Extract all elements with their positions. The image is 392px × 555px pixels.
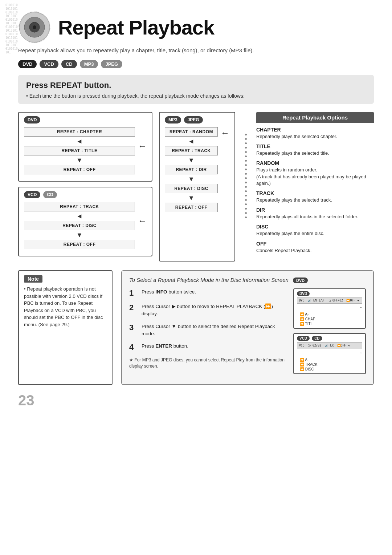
option-disc-desc: Repeatedly plays the entire disc.	[256, 230, 374, 237]
mp3-jpeg-flow-diagram: MP3 JPEG REPEAT : RANDOM ◄ REPEAT : TRAC…	[159, 112, 235, 262]
option-dir: DIR Repeatedly plays all tracks in the s…	[256, 207, 374, 220]
left-diagrams: DVD REPEAT : CHAPTER ◄ REPEAT : TITLE ▼ …	[18, 112, 152, 262]
vcd-step-2: REPEAT : DISC	[24, 221, 135, 230]
vcd-cd-flow-diagram: VCD CD REPEAT : TRACK ◄ REPEAT : DISC ▼ …	[18, 187, 152, 256]
steps-list: 1 Press INFO button twice. 2 Press Curso…	[129, 288, 287, 378]
mp3-arrow-1: ◄	[165, 138, 218, 145]
dvd-lcd-diagram: DVD DVD 🔊 EN 1/3 □ OFF/02 ⏩OFF ◄ ↑ ⏩ A- …	[293, 288, 366, 329]
option-random-desc: Plays tracks in random order.(A track th…	[256, 167, 374, 187]
binary-decoration: 0101010101010101010101010101010101010101…	[5, 4, 19, 54]
step-4-num: 4	[129, 343, 138, 352]
mp3-step-3: REPEAT : DIR	[165, 165, 218, 174]
option-chapter: CHAPTER Repeatedly plays the selected ch…	[256, 127, 374, 140]
option-track-term: TRACK	[256, 190, 374, 196]
dot-10	[245, 173, 247, 175]
option-title: TITLE Repeatedly plays the selected titl…	[256, 143, 374, 157]
dot-18	[245, 208, 247, 210]
dot-3	[245, 142, 247, 144]
dvd-lcd-screen: DVD 🔊 EN 1/3 □ OFF/02 ⏩OFF ◄	[297, 297, 362, 304]
format-badges-row: DVD VCD CD MP3 JPEG	[18, 60, 374, 68]
mp3-step-1: REPEAT : RANDOM	[165, 127, 218, 137]
dot-12	[245, 182, 247, 183]
option-off-term: OFF	[256, 241, 374, 247]
mp3-arrow-4: ▼	[165, 195, 218, 201]
dot-11	[245, 177, 247, 179]
dot-15	[245, 195, 247, 197]
dot-1	[245, 134, 247, 135]
dot-4	[245, 147, 247, 149]
note-box: Note • Repeat playback operation is not …	[18, 270, 113, 385]
steps-box: To Select a Repeat Playback Mode in the …	[121, 270, 374, 385]
dvd-step-2: REPEAT : TITLE	[24, 146, 135, 155]
header-disc-icon: 0101010101010101010101010101010101010101…	[18, 11, 51, 44]
dot-20	[245, 216, 247, 218]
step-1-text: Press INFO button twice.	[142, 288, 196, 296]
option-chapter-desc: Repeatedly plays the selected chapter.	[256, 133, 374, 140]
press-repeat-section: Press REPEAT button. • Each time the but…	[18, 75, 374, 104]
option-title-desc: Repeatedly plays the selected title.	[256, 150, 374, 157]
option-track-desc: Repeatedly plays the selected track.	[256, 197, 374, 203]
dot-9	[245, 169, 247, 170]
dvd-step-3: REPEAT : OFF	[24, 165, 135, 174]
mp3-arrow-2: ▼	[165, 157, 218, 163]
note-text: • Repeat playback operation is not possi…	[24, 285, 107, 328]
dvd-flow-diagram: DVD REPEAT : CHAPTER ◄ REPEAT : TITLE ▼ …	[18, 112, 152, 182]
step-3-text: Press Cursor ▼ button to select the desi…	[142, 323, 287, 338]
step-3-num: 3	[129, 323, 138, 332]
dot-16	[245, 199, 247, 201]
press-repeat-description: • Each time the button is pressed during…	[26, 93, 366, 99]
vcd-lcd-option-1: ⏩ A-	[297, 358, 362, 362]
step-1: 1 Press INFO button twice.	[129, 288, 287, 298]
dot-8	[245, 164, 247, 166]
dot-7	[245, 160, 247, 162]
star-note: ★ For MP3 and JPEG discs, you cannot sel…	[129, 357, 287, 369]
step-3: 3 Press Cursor ▼ button to select the de…	[129, 323, 287, 338]
mp3-step-5: REPEAT : OFF	[165, 203, 218, 212]
option-random: RANDOM Plays tracks in random order.(A t…	[256, 160, 374, 187]
vcd-lcd-option-2: ⏩ TRACK	[297, 362, 362, 366]
vcd-lcd-screen: VCD ⓘ 02/02 🔊 LR ⏩OFF ◄	[297, 342, 362, 349]
step-2-text: Press Cursor ▶ button to move to REPEAT …	[142, 303, 287, 318]
vcd-cd-lcd-diagram: VCD CD VCD ⓘ 02/02 🔊 LR ⏩OFF ◄ ↑ ⏩ A- ⏩ …	[293, 333, 366, 374]
option-dir-term: DIR	[256, 207, 374, 213]
dot-separator	[242, 112, 250, 262]
mp3-step-2: REPEAT : TRACK	[165, 146, 218, 155]
mp3-flow-badge: MP3	[165, 116, 181, 123]
option-track: TRACK Repeatedly plays the selected trac…	[256, 190, 374, 203]
bottom-section: Note • Repeat playback operation is not …	[18, 270, 374, 385]
step-2-num: 2	[129, 303, 138, 312]
dot-6	[245, 155, 247, 157]
dot-2	[245, 138, 247, 140]
mp3-jpeg-diagrams: MP3 JPEG REPEAT : RANDOM ◄ REPEAT : TRAC…	[159, 112, 235, 262]
option-disc-term: DISC	[256, 224, 374, 230]
mp3-step-4: REPEAT : DISC	[165, 184, 218, 193]
option-random-term: RANDOM	[256, 160, 374, 166]
option-chapter-term: CHAPTER	[256, 127, 374, 133]
badge-dvd: DVD	[18, 60, 37, 68]
option-off: OFF Cancels Repeat Playback.	[256, 241, 374, 254]
cd-lcd-badge: CD	[312, 336, 322, 341]
dvd-lcd-option-1: ⏩ A-	[297, 312, 362, 316]
option-disc: DISC Repeatedly plays the entire disc.	[256, 224, 374, 237]
dot-5	[245, 151, 247, 153]
vcd-lcd-badge: VCD	[297, 336, 310, 341]
svg-point-3	[33, 25, 36, 29]
page-number: 23	[18, 392, 374, 409]
step-4-text: Press ENTER button.	[142, 343, 188, 350]
steps-content: 1 Press INFO button twice. 2 Press Curso…	[129, 288, 366, 378]
dvd-arrow-1: ◄	[24, 138, 135, 145]
dvd-lcd-option-3: ⏩ TITL	[297, 322, 362, 326]
steps-title: To Select a Repeat Playback Mode in the …	[129, 277, 366, 283]
step-1-num: 1	[129, 288, 138, 298]
badge-cd: CD	[61, 60, 77, 68]
main-content-area: DVD REPEAT : CHAPTER ◄ REPEAT : TITLE ▼ …	[18, 112, 374, 262]
note-title: Note	[24, 275, 42, 283]
dot-14	[245, 190, 247, 192]
vcd-arrow-1: ◄	[24, 213, 135, 219]
page-header: 0101010101010101010101010101010101010101…	[18, 11, 374, 44]
dot-13	[245, 186, 247, 188]
dot-19	[245, 212, 247, 214]
badge-vcd: VCD	[40, 60, 58, 68]
option-title-term: TITLE	[256, 143, 374, 149]
badge-mp3: MP3	[80, 60, 98, 68]
